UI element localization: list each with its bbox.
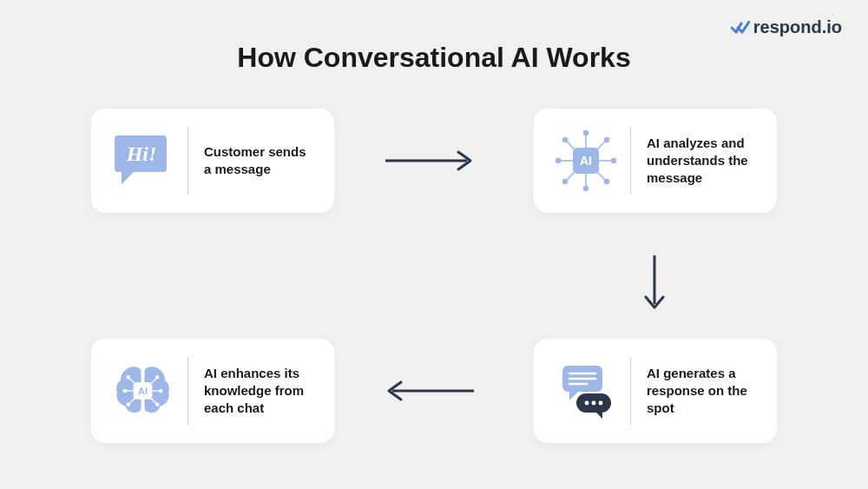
svg-point-7 <box>556 159 560 163</box>
step-card-1: Hi! Customer sends a message <box>91 109 334 213</box>
svg-point-26 <box>584 401 589 406</box>
brand-logo: respond.io <box>731 17 842 37</box>
step-label: Customer sends a message <box>204 143 315 179</box>
logo-checkmark-icon <box>731 21 750 35</box>
page-title: How Conversational AI Works <box>0 0 868 100</box>
svg-point-45 <box>127 403 129 406</box>
brand-name: respond.io <box>753 17 842 37</box>
svg-point-3 <box>583 131 588 135</box>
svg-point-13 <box>604 138 608 142</box>
hi-speech-bubble-icon: Hi! <box>110 129 175 194</box>
divider <box>630 357 631 425</box>
divider <box>187 127 188 195</box>
divider <box>630 127 631 195</box>
svg-text:AI: AI <box>580 154 592 168</box>
step-label: AI analyzes and understands the message <box>647 135 758 188</box>
svg-text:AI: AI <box>138 386 148 396</box>
svg-point-43 <box>156 376 159 379</box>
svg-point-37 <box>123 389 126 392</box>
svg-point-15 <box>562 180 567 184</box>
step-card-4: AI AI enhances its knowledge from each c… <box>91 339 334 443</box>
ai-chip-network-icon: AI <box>553 129 618 194</box>
arrow-down-icon <box>642 252 667 316</box>
svg-point-17 <box>604 180 608 184</box>
svg-point-27 <box>591 401 595 406</box>
svg-point-5 <box>583 187 588 191</box>
svg-point-47 <box>156 403 159 406</box>
svg-text:Hi!: Hi! <box>125 142 156 165</box>
svg-point-35 <box>141 407 144 410</box>
svg-point-11 <box>562 138 567 142</box>
svg-point-39 <box>160 389 162 392</box>
arrow-left-icon <box>382 379 477 406</box>
ai-brain-icon: AI <box>110 359 175 424</box>
step-card-2: AI AI analyzes and understands the messa… <box>534 109 777 213</box>
svg-point-9 <box>611 159 615 163</box>
step-label: AI generates a response on the spot <box>647 365 758 418</box>
process-diagram: Hi! Customer sends a message <box>0 100 868 482</box>
step-card-3: AI generates a response on the spot <box>534 339 777 443</box>
chat-bubbles-icon <box>553 359 618 424</box>
svg-point-33 <box>141 372 144 374</box>
arrow-right-icon <box>382 149 477 176</box>
step-label: AI enhances its knowledge from each chat <box>204 365 315 418</box>
svg-point-41 <box>127 376 129 379</box>
divider <box>187 357 188 425</box>
svg-point-28 <box>598 401 602 406</box>
